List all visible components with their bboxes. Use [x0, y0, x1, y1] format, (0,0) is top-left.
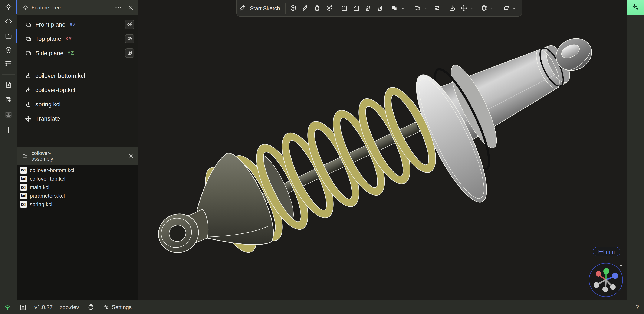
revolve-icon[interactable]	[324, 4, 334, 13]
kcl-file-badge: kcl	[20, 184, 27, 191]
logs-icon[interactable]	[3, 58, 14, 69]
visibility-toggle-eye-off-icon[interactable]	[125, 20, 134, 29]
file-row[interactable]: kcl main.kcl	[17, 183, 138, 192]
tree-label: Translate	[35, 115, 60, 122]
tree-row-operation[interactable]: Translate	[18, 112, 138, 126]
toolbar-divider	[388, 3, 388, 14]
insert-icon	[25, 87, 32, 93]
pattern-chevron-down-icon[interactable]	[490, 6, 494, 10]
visibility-toggle-eye-off-icon[interactable]	[125, 34, 134, 44]
feature-tree-close-icon[interactable]	[128, 5, 134, 11]
gizmo-x-axis[interactable]	[596, 271, 601, 276]
3d-viewport[interactable]	[138, 0, 627, 300]
toolbar-divider	[285, 3, 286, 14]
axis-badge: XY	[65, 36, 72, 42]
alerts-icon[interactable]	[3, 124, 14, 136]
machines-icon[interactable]	[3, 109, 14, 120]
tree-label: Top plane	[35, 36, 61, 42]
toolbar-divider	[336, 3, 336, 14]
folder-icon	[22, 153, 28, 159]
app-version[interactable]: v1.0.27	[34, 304, 52, 310]
axis-badge: YZ	[67, 50, 74, 56]
settings-label[interactable]: Settings	[112, 304, 132, 310]
transform-icon[interactable]	[459, 4, 468, 13]
right-rail	[627, 15, 644, 300]
gizmo-z-axis[interactable]	[603, 268, 609, 274]
units-button[interactable]: mm	[593, 247, 620, 256]
kcl-file-badge: kcl	[20, 192, 27, 199]
plane-icon	[25, 36, 32, 42]
file-row[interactable]: kcl spring.kcl	[17, 200, 138, 208]
machine-manager-icon[interactable]	[20, 304, 26, 310]
tree-row-operation[interactable]: coilover-bottom.kcl	[18, 68, 138, 83]
code-icon[interactable]	[3, 16, 14, 27]
feature-tree-pane-icon	[22, 5, 28, 11]
export-file-icon[interactable]	[3, 79, 14, 90]
text-to-cad-ai-button[interactable]	[627, 0, 644, 15]
tree-row-operation[interactable]: spring.kcl	[18, 97, 138, 112]
plane-icon	[25, 50, 32, 56]
fillet-icon[interactable]	[340, 4, 349, 13]
feature-tree-title: Feature Tree	[32, 5, 61, 11]
pattern-icon[interactable]	[480, 4, 489, 13]
offset-plane-chevron-down-icon[interactable]	[424, 6, 428, 10]
visibility-toggle-eye-off-icon[interactable]	[125, 48, 134, 58]
kcl-file-badge: kcl	[20, 201, 27, 208]
tree-row-front-plane[interactable]: Front plane XZ	[18, 18, 138, 32]
project-file-list: kcl coilover-bottom.kcl kcl coilover-top…	[17, 165, 138, 300]
file-name: main.kcl	[30, 184, 50, 190]
project-title: coilover-assembly	[32, 150, 64, 162]
helix-icon[interactable]	[432, 4, 442, 13]
rail-divider	[2, 74, 15, 74]
sketch-pen-icon[interactable]	[238, 4, 247, 13]
file-name: spring.kcl	[30, 201, 52, 208]
construction-chevron-down-icon[interactable]	[512, 6, 516, 10]
transform-chevron-down-icon[interactable]	[470, 6, 474, 10]
file-row[interactable]: kcl coilover-bottom.kcl	[17, 166, 138, 174]
file-row[interactable]: kcl coilover-top.kcl	[17, 174, 138, 183]
unit-label: mm	[606, 248, 615, 255]
extrude-icon[interactable]	[288, 4, 298, 13]
gizmo-neg-axis[interactable]	[610, 284, 616, 290]
orientation-gizmo[interactable]	[588, 262, 623, 298]
timer-icon[interactable]	[88, 304, 94, 310]
insert-icon	[25, 101, 32, 108]
domain-link[interactable]: zoo.dev	[60, 304, 79, 310]
loft-icon[interactable]	[312, 4, 322, 13]
feature-tree-menu-icon[interactable]	[114, 5, 122, 11]
offset-plane-icon[interactable]	[413, 4, 422, 13]
save-icon[interactable]	[3, 94, 14, 105]
shell-icon[interactable]	[363, 4, 372, 13]
boolean-chevron-down-icon[interactable]	[401, 6, 405, 10]
tree-row-side-plane[interactable]: Side plane YZ	[18, 46, 138, 60]
tree-label: Side plane	[35, 50, 64, 57]
insert-icon[interactable]	[448, 4, 457, 13]
file-row[interactable]: kcl parameters.kcl	[17, 192, 138, 200]
start-sketch-button[interactable]: Start Sketch	[250, 0, 280, 16]
tree-label: coilover-bottom.kcl	[35, 72, 85, 79]
tree-label: coilover-top.kcl	[35, 87, 75, 94]
feature-tree-icon[interactable]	[3, 2, 14, 12]
boolean-icon[interactable]	[390, 4, 399, 13]
kcl-file-badge: kcl	[20, 167, 27, 174]
move-icon	[25, 116, 32, 122]
tree-row-operation[interactable]: coilover-top.kcl	[18, 83, 138, 97]
tree-label: Front plane	[35, 21, 66, 28]
chamfer-icon[interactable]	[352, 4, 361, 13]
settings-sliders-icon[interactable]	[103, 304, 109, 310]
construction-plane-icon[interactable]	[502, 4, 511, 13]
gizmo-neg-axis[interactable]	[594, 282, 599, 288]
plane-icon	[25, 22, 32, 28]
network-status-icon[interactable]	[4, 304, 11, 310]
project-pane-close-icon[interactable]	[128, 153, 134, 159]
tree-row-top-plane[interactable]: Top plane XY	[18, 32, 138, 46]
project-files-icon[interactable]	[3, 30, 14, 41]
variables-icon[interactable]	[3, 44, 14, 56]
file-name: coilover-bottom.kcl	[30, 167, 74, 174]
tree-label: spring.kcl	[35, 101, 60, 108]
gizmo-neg-axis[interactable]	[602, 286, 608, 292]
hole-icon[interactable]	[375, 4, 384, 13]
help-button[interactable]: ?	[636, 304, 639, 310]
gizmo-y-axis[interactable]	[612, 273, 618, 279]
sweep-icon[interactable]	[300, 4, 310, 13]
